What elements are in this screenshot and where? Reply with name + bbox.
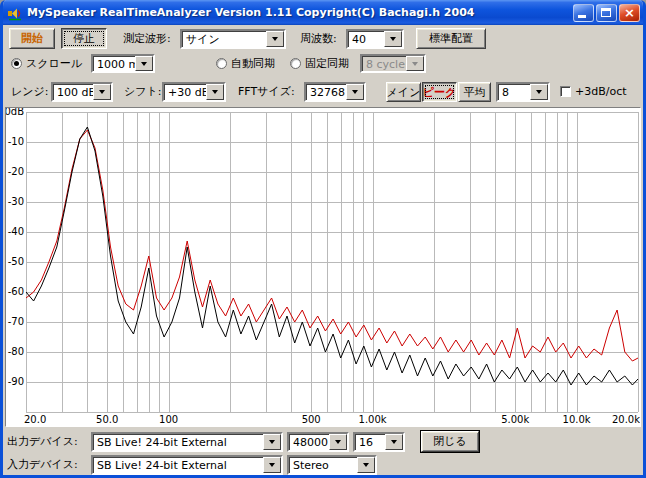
radio-icon[interactable] [290,58,301,69]
scroll-interval-select[interactable]: 1000 ms [91,54,155,73]
frequency-label: 周波数: [300,28,337,49]
waveform-select[interactable]: サイン [180,29,286,49]
bit-depth-value: 16 [359,436,373,449]
chevron-down-icon[interactable] [329,434,347,450]
svg-text:0dB: 0dB [6,108,24,117]
main-button[interactable]: メイン [386,82,421,102]
chevron-down-icon[interactable] [357,457,375,473]
maximize-icon [601,8,611,17]
input-device-select[interactable]: SB Live! 24-bit External [91,455,283,475]
minimize-button[interactable] [573,4,594,22]
svg-text:-10: -10 [8,136,24,147]
svg-text:100: 100 [159,414,178,425]
svg-text:500: 500 [302,414,321,425]
average-count-select[interactable]: 8 [496,82,550,102]
window-title: MySpeaker RealTimeAnalyzer Version 1.11 … [27,6,569,19]
svg-text:10.0k: 10.0k [563,414,591,425]
waveform-label: 測定波形: [123,28,171,49]
chevron-down-icon[interactable] [93,84,111,100]
range-select[interactable]: 100 dB [51,82,113,102]
app-window: MySpeaker RealTimeAnalyzer Version 1.11 … [0,0,646,478]
shift-label: シフト: [124,81,161,102]
checkbox-icon[interactable] [560,86,571,97]
svg-text:20.0k: 20.0k [612,414,640,425]
input-device-label: 入力デバイス: [7,455,78,475]
chevron-down-icon[interactable] [266,31,284,47]
range-label: レンジ: [11,81,48,102]
chevron-down-icon[interactable] [346,84,364,100]
svg-text:-20: -20 [8,166,24,177]
svg-text:5.00k: 5.00k [501,414,529,425]
cycle-value: 8 cycle [366,57,405,70]
channels-select[interactable]: Stereo [287,455,377,475]
range-value: 100 dB [57,86,96,99]
sample-rate-value: 48000 [293,436,328,449]
svg-text:-90: -90 [8,376,24,387]
start-button[interactable]: 開始 [9,28,55,49]
svg-text:-80: -80 [8,346,24,357]
spectrum-chart-panel: 0dB-10-20-30-40-50-60-70-80-9020.050.010… [5,107,641,427]
svg-text:-30: -30 [8,196,24,207]
oct-slope-label: +3dB/oct [575,85,627,98]
svg-text:50.0: 50.0 [96,414,118,425]
chevron-down-icon[interactable] [135,56,153,71]
peak-button[interactable]: ピーク [422,82,457,102]
shift-select[interactable]: +30 dB [162,82,226,102]
channels-value: Stereo [293,459,329,472]
app-icon [7,5,23,21]
minimize-icon [578,15,586,18]
shift-value: +30 dB [168,86,209,99]
chevron-down-icon[interactable] [206,84,224,100]
svg-text:20.0: 20.0 [24,414,46,425]
fft-size-select[interactable]: 32768 [304,82,366,102]
chevron-down-icon[interactable] [263,434,281,450]
output-device-label: 出力デバイス: [7,432,78,452]
output-device-value: SB Live! 24-bit External [97,436,227,449]
input-device-value: SB Live! 24-bit External [97,459,227,472]
client-area: 開始 停止 測定波形: サイン 周波数: 40 標準配置 スクロール 1000 … [3,25,643,475]
frequency-value: 40 [352,33,366,46]
title-bar[interactable]: MySpeaker RealTimeAnalyzer Version 1.11 … [3,0,643,25]
oct-slope-checkbox[interactable]: +3dB/oct [560,85,627,98]
spectrum-plot: 0dB-10-20-30-40-50-60-70-80-9020.050.010… [6,108,640,426]
radio-icon[interactable] [11,58,22,69]
fft-size-label: FFTサイズ: [238,81,295,102]
stop-button[interactable]: 停止 [61,28,107,49]
auto-sync-label: 自動同期 [231,56,275,71]
scroll-radio-label: スクロール [26,56,82,71]
fixed-sync-label: 固定同期 [305,56,349,71]
svg-text:-50: -50 [8,256,24,267]
auto-sync-radio[interactable]: 自動同期 [216,56,275,70]
frequency-select[interactable]: 40 [346,29,404,49]
svg-text:-60: -60 [8,286,24,297]
window-controls [573,4,640,22]
svg-text:-40: -40 [8,226,24,237]
average-count-value: 8 [502,86,509,99]
maximize-button[interactable] [596,4,617,22]
standard-layout-button[interactable]: 標準配置 [416,28,486,49]
svg-text:1.00k: 1.00k [359,414,387,425]
close-icon [620,5,639,21]
scroll-radio[interactable]: スクロール [11,56,82,70]
chevron-down-icon[interactable] [385,434,403,450]
cycle-select: 8 cycle [360,54,426,73]
output-device-select[interactable]: SB Live! 24-bit External [91,432,283,452]
svg-text:-70: -70 [8,316,24,327]
bit-depth-select[interactable]: 16 [353,432,405,452]
fft-size-value: 32768 [310,86,345,99]
waveform-value: サイン [186,32,220,47]
sample-rate-select[interactable]: 48000 [287,432,349,452]
chevron-down-icon[interactable] [530,84,548,100]
chevron-down-icon[interactable] [384,31,402,47]
chevron-down-icon[interactable] [263,457,281,473]
chevron-down-icon [406,56,424,71]
radio-icon[interactable] [216,58,227,69]
average-button[interactable]: 平均 [458,82,491,102]
close-button[interactable] [619,4,640,22]
fixed-sync-radio[interactable]: 固定同期 [290,56,349,70]
close-dialog-button[interactable]: 閉じる [421,431,479,452]
